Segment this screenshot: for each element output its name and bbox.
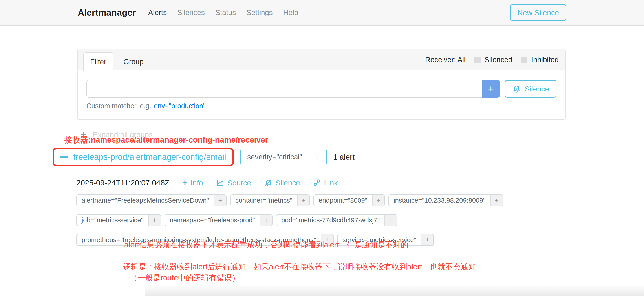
label-tag-job: job="metrics-service" +	[76, 214, 161, 226]
label-text: alertname="FreeleapsMetricsServiceDown"	[77, 195, 214, 206]
alert-start-time: 2025-09-24T11:20:07.048Z	[76, 178, 170, 187]
receiver-path-label: freeleaps-prod/alertmanager-config/email	[73, 152, 226, 162]
receiver-filter[interactable]: Receiver: All	[425, 56, 466, 64]
alert-silence-link[interactable]: Silence	[264, 178, 300, 187]
nav-item-help[interactable]: Help	[283, 8, 298, 17]
filter-card-body: + Silence Custom matcher, e.g. env="prod…	[78, 70, 565, 110]
label-text: job="metrics-service"	[77, 215, 148, 226]
label-text: container="metrics"	[230, 195, 297, 206]
silence-label: Silence	[276, 178, 300, 187]
inhibited-checkbox[interactable]	[520, 56, 528, 63]
alert-source-link[interactable]: Source	[216, 178, 251, 187]
label-tag-pod: pod="metrics-77d9cdb497-wdsj7" +	[276, 214, 397, 226]
add-filter-button[interactable]: +	[384, 215, 397, 226]
silenced-checkbox-group[interactable]: Silenced	[474, 56, 512, 64]
alert-labels: alertname="FreeleapsMetricsServiceDown" …	[76, 194, 593, 246]
silence-filter-label: Silence	[524, 85, 549, 93]
add-filter-button[interactable]: +	[260, 215, 272, 226]
bell-slash-icon	[264, 178, 273, 187]
group-matcher-label[interactable]: severity="critical"	[240, 150, 309, 164]
plus-icon: +	[182, 178, 188, 187]
silence-filter-button[interactable]: Silence	[505, 80, 556, 98]
source-label: Source	[228, 178, 251, 187]
tab-group[interactable]: Group	[116, 52, 152, 71]
label-text: instance="10.233.98.209:8009"	[389, 195, 490, 206]
annotation-logic-note: 逻辑是：接收器收到alert后进行通知，如果alert不在接收器下，说明接收器没…	[123, 261, 476, 283]
label-text: endpoint="8009"	[314, 195, 372, 206]
alert-meta-row: 2025-09-24T11:20:07.048Z + Info Source S…	[76, 178, 338, 187]
tab-filter[interactable]: Filter	[83, 52, 113, 71]
link-label: Link	[324, 178, 338, 187]
alert-group-header: freeleaps-prod/alertmanager-config/email…	[52, 148, 354, 166]
label-tag-namespace: namespace="freeleaps-prod" +	[164, 214, 272, 226]
nav-item-settings[interactable]: Settings	[246, 8, 272, 17]
label-tag-alertname: alertname="FreeleapsMetricsServiceDown" …	[76, 194, 226, 206]
collapse-group-button[interactable]: freeleaps-prod/alertmanager-config/email	[56, 150, 230, 164]
group-matcher-tag: severity="critical" +	[240, 150, 327, 164]
add-filter-button[interactable]: +	[490, 195, 502, 206]
add-filter-button[interactable]: +	[297, 195, 310, 206]
hint-example-link[interactable]: env="production"	[154, 102, 206, 110]
chart-icon	[216, 178, 224, 187]
nav-item-alerts[interactable]: Alerts	[148, 8, 167, 17]
filter-card-header: Filter Group Receiver: All Silenced Inhi…	[78, 49, 565, 70]
matcher-hint: Custom matcher, e.g. env="production"	[86, 102, 556, 110]
alert-generator-link[interactable]: Link	[313, 178, 338, 187]
add-filter-button[interactable]: +	[148, 215, 160, 226]
annotation-highlight-box: freeleaps-prod/alertmanager-config/email	[52, 148, 234, 166]
annotation-logic-line2: （一般是route中的逻辑有错误）	[123, 272, 476, 283]
main-nav: Alerts Silences Status Settings Help	[148, 8, 298, 17]
filter-card: Filter Group Receiver: All Silenced Inhi…	[77, 49, 566, 120]
label-text: pod="metrics-77d9cdb497-wdsj7"	[276, 215, 384, 226]
label-tag-instance: instance="10.233.98.209:8009" +	[388, 194, 503, 206]
new-silence-button[interactable]: New Silence	[510, 4, 566, 21]
bottom-shadow	[145, 284, 644, 296]
label-tag-endpoint: endpoint="8009" +	[314, 194, 385, 206]
matcher-input[interactable]	[86, 80, 482, 98]
annotation-alert-note: alert信息必须在接收器下才表示配置成功，否则即使能看到alert，但是通知是…	[124, 240, 408, 250]
top-navbar: Alertmanager Alerts Silences Status Sett…	[0, 0, 644, 26]
alert-count: 1 alert	[333, 152, 354, 162]
hint-text: Custom matcher, e.g.	[86, 102, 151, 110]
annotation-logic-line1: 逻辑是：接收器收到alert后进行通知，如果alert不在接收器下，说明接收器没…	[123, 261, 476, 272]
add-filter-button[interactable]: +	[372, 195, 384, 206]
navbar-container: Alertmanager Alerts Silences Status Sett…	[78, 0, 566, 25]
app-brand: Alertmanager	[78, 8, 136, 18]
add-filter-button[interactable]: +	[214, 195, 226, 206]
inhibited-checkbox-group[interactable]: Inhibited	[520, 56, 559, 64]
nav-item-status[interactable]: Status	[215, 8, 236, 17]
info-label: Info	[190, 178, 203, 187]
silenced-label: Silenced	[484, 56, 512, 64]
add-filter-button[interactable]: +	[421, 234, 433, 246]
label-tag-container: container="metrics" +	[230, 194, 310, 206]
group-matcher-add-button[interactable]: +	[309, 150, 326, 164]
silenced-checkbox[interactable]	[474, 56, 481, 63]
bell-slash-icon	[512, 84, 521, 94]
minus-icon	[60, 156, 68, 158]
alert-info-link[interactable]: + Info	[182, 178, 203, 187]
filter-options: Receiver: All Silenced Inhibited	[425, 49, 559, 70]
link-icon	[313, 178, 321, 187]
nav-item-silences[interactable]: Silences	[177, 8, 205, 17]
label-text: namespace="freeleaps-prod"	[165, 215, 260, 226]
inhibited-label: Inhibited	[531, 56, 559, 64]
add-matcher-button[interactable]: +	[482, 80, 500, 98]
annotation-receiver-note: 接收器:namespace/altermanager-config-name/r…	[64, 134, 268, 145]
matcher-input-row: + Silence	[86, 80, 556, 98]
